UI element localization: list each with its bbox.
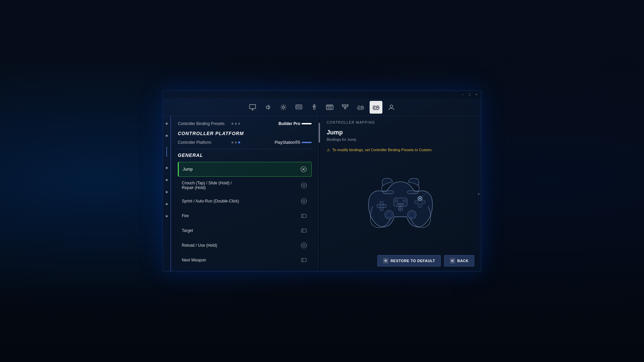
restore-button[interactable]: □ bbox=[468, 93, 472, 97]
sidebar-dot bbox=[166, 123, 168, 125]
network-icon[interactable] bbox=[339, 101, 352, 114]
svg-point-70 bbox=[395, 200, 398, 202]
binding-title: Jump bbox=[327, 129, 474, 136]
svg-rect-54 bbox=[377, 204, 386, 207]
accessibility-icon[interactable] bbox=[308, 101, 321, 114]
controller-icon[interactable] bbox=[370, 101, 382, 114]
sidebar-active-line bbox=[166, 147, 167, 157]
sidebar-dot bbox=[166, 191, 168, 193]
binding-item-target[interactable]: Target bbox=[178, 224, 312, 238]
close-button[interactable]: × bbox=[474, 93, 478, 97]
back-key-icon: B bbox=[450, 258, 455, 263]
gear-icon[interactable] bbox=[277, 101, 290, 114]
crouch-button-icon bbox=[300, 182, 308, 189]
sidebar-dots bbox=[163, 116, 171, 271]
svg-point-56 bbox=[415, 200, 418, 204]
platform-section-title: CONTROLLER PLATFORM bbox=[178, 131, 312, 136]
user-icon[interactable] bbox=[385, 101, 398, 114]
svg-rect-15 bbox=[331, 106, 332, 107]
restore-default-button[interactable]: R RESTORE TO DEFAULT bbox=[377, 255, 441, 266]
presets-label: Controller Binding Presets bbox=[178, 121, 231, 126]
binding-item-jump[interactable]: Jump bbox=[178, 162, 312, 177]
audio-icon[interactable] bbox=[262, 101, 274, 114]
setting-dot bbox=[235, 141, 237, 143]
svg-point-27 bbox=[362, 107, 362, 108]
svg-point-34 bbox=[376, 108, 377, 108]
binding-name-next-weapon: Next Weapon bbox=[182, 258, 206, 262]
general-section: GENERAL Jump Crouch (Tap) / Slide (Hold) bbox=[178, 153, 312, 267]
keyboard-icon[interactable] bbox=[323, 101, 336, 114]
platform-row: Controller Platform PlayStation®5 bbox=[178, 140, 312, 145]
svg-point-29 bbox=[361, 108, 362, 108]
binding-name-crouch: Crouch (Tap) / Slide (Hold) /Repair (Hol… bbox=[182, 181, 232, 190]
svg-point-55 bbox=[418, 204, 422, 208]
svg-rect-43 bbox=[302, 214, 306, 218]
binding-name-sprint: Sprint / Auto-Run (Double-Click) bbox=[182, 199, 239, 203]
svg-text:P: P bbox=[399, 208, 401, 210]
svg-point-71 bbox=[403, 200, 406, 202]
svg-rect-16 bbox=[328, 108, 332, 109]
controller-diagram: P bbox=[327, 158, 474, 252]
target-button-icon bbox=[300, 227, 308, 234]
bottom-buttons: R RESTORE TO DEFAULT B BACK bbox=[327, 252, 474, 266]
reload-button-icon bbox=[300, 242, 308, 249]
binding-name-fire: Fire bbox=[182, 214, 189, 218]
binding-subtitle: Bindings for Jump bbox=[327, 137, 474, 141]
fire-button-icon bbox=[300, 212, 308, 220]
svg-rect-45 bbox=[302, 229, 306, 232]
next-weapon-button-icon bbox=[300, 256, 308, 264]
svg-rect-19 bbox=[347, 105, 348, 106]
warning-icon: ⚠ bbox=[327, 148, 330, 152]
svg-rect-18 bbox=[344, 105, 346, 106]
panel-title: CONTROLLER MAPPING bbox=[327, 121, 474, 124]
svg-point-28 bbox=[362, 108, 363, 108]
binding-item-reload[interactable]: Reload / Use (Hold) bbox=[178, 238, 312, 252]
svg-rect-20 bbox=[344, 108, 346, 109]
setting-dot bbox=[231, 141, 233, 143]
sidebar-dot bbox=[166, 203, 168, 205]
svg-rect-49 bbox=[302, 258, 306, 262]
binding-item-fire[interactable]: Fire bbox=[178, 209, 312, 223]
svg-point-57 bbox=[422, 200, 426, 204]
binding-item-sprint[interactable]: Sprint / Auto-Run (Double-Click) bbox=[178, 194, 312, 208]
preset-dot bbox=[235, 123, 237, 125]
warning-message: To modify bindings, set Controller Bindi… bbox=[332, 148, 433, 152]
back-button[interactable]: B BACK bbox=[444, 255, 474, 266]
scroll-right-arrow[interactable]: › bbox=[478, 191, 480, 197]
warning-box: ⚠ To modify bindings, set Controller Bin… bbox=[327, 145, 474, 155]
svg-point-35 bbox=[390, 105, 393, 108]
left-panel: Controller Binding Presets Builder Pro C… bbox=[171, 116, 319, 271]
svg-rect-52 bbox=[408, 191, 418, 194]
platform-value: PlayStation®5 bbox=[275, 140, 300, 145]
nav-bar bbox=[163, 98, 481, 116]
svg-point-10 bbox=[314, 105, 315, 106]
binding-name-target: Target bbox=[182, 228, 193, 233]
settings-window: − □ × bbox=[163, 90, 481, 272]
preset-dot bbox=[238, 123, 240, 125]
sprint-button-icon bbox=[300, 197, 308, 205]
svg-rect-12 bbox=[327, 106, 328, 107]
controller-settings-icon[interactable] bbox=[354, 101, 367, 114]
svg-rect-17 bbox=[342, 105, 343, 106]
svg-point-41 bbox=[301, 198, 307, 204]
svg-rect-51 bbox=[383, 191, 393, 194]
monitor-icon[interactable] bbox=[246, 101, 259, 114]
preset-dots-container bbox=[231, 123, 278, 125]
platform-label: Controller Platform bbox=[178, 140, 231, 145]
restore-key-icon: R bbox=[383, 258, 388, 263]
restore-label: RESTORE TO DEFAULT bbox=[390, 259, 435, 263]
svg-point-47 bbox=[301, 243, 307, 248]
preset-row: Controller Binding Presets Builder Pro bbox=[178, 121, 312, 126]
minimize-button[interactable]: − bbox=[461, 93, 465, 97]
preset-dot bbox=[231, 123, 233, 125]
sidebar-dot bbox=[166, 167, 168, 169]
binding-item-next-weapon[interactable]: Next Weapon bbox=[178, 253, 312, 267]
display-icon[interactable] bbox=[292, 101, 305, 114]
svg-point-39 bbox=[301, 183, 307, 188]
divider bbox=[178, 149, 312, 149]
sidebar-dot bbox=[166, 215, 168, 217]
svg-rect-0 bbox=[250, 105, 256, 109]
binding-item-crouch[interactable]: Crouch (Tap) / Slide (Hold) /Repair (Hol… bbox=[178, 177, 312, 193]
sidebar-dot bbox=[166, 135, 168, 137]
svg-point-67 bbox=[386, 212, 392, 218]
